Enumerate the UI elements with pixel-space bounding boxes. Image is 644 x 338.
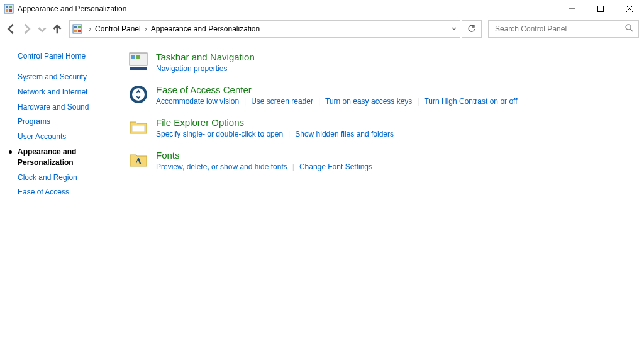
search-input[interactable] <box>494 24 625 34</box>
task-link-accommodate-low-vision[interactable]: Accommodate low vision <box>156 97 239 106</box>
breadcrumb-sep-icon[interactable]: › <box>142 25 150 33</box>
nav-toolbar: › Control Panel › Appearance and Persona… <box>0 18 644 40</box>
task-link-show-hidden-files-and-folders[interactable]: Show hidden files and folders <box>295 130 394 138</box>
link-separator: | <box>318 97 320 106</box>
sidebar-item-programs[interactable]: Programs <box>18 116 113 127</box>
control-panel-icon <box>4 4 14 14</box>
up-button[interactable] <box>50 22 64 36</box>
task-link-use-screen-reader[interactable]: Use screen reader <box>251 97 313 106</box>
task-link-specify-single-or-double-click-to-open[interactable]: Specify single- or double-click to open <box>156 130 283 138</box>
svg-rect-3 <box>6 9 8 12</box>
sidebar-item-appearance-and-personalization[interactable]: Appearance and Personalization <box>18 147 113 168</box>
category-fonts: AFontsPreview, delete, or show and hide … <box>128 150 631 171</box>
link-separator: | <box>244 97 246 106</box>
sidebar: Control Panel Home System and SecurityNe… <box>0 52 113 202</box>
close-button[interactable] <box>615 0 644 18</box>
task-link-preview-delete-or-show-and-hide-fonts[interactable]: Preview, delete, or show and hide fonts <box>156 162 287 171</box>
address-bar[interactable]: › Control Panel › Appearance and Persona… <box>69 20 460 38</box>
window-title: Appearance and Personalization <box>18 4 126 13</box>
fonts-icon[interactable]: A <box>128 150 148 170</box>
breadcrumb-current[interactable]: Appearance and Personalization <box>150 25 261 33</box>
window-controls <box>557 0 644 18</box>
sidebar-item-clock-and-region[interactable]: Clock and Region <box>18 172 113 183</box>
svg-rect-17 <box>130 67 147 70</box>
sidebar-item-network-and-internet[interactable]: Network and Internet <box>18 87 113 98</box>
explorer-icon[interactable] <box>128 117 148 137</box>
category-taskbar: Taskbar and NavigationNavigation propert… <box>128 52 631 73</box>
search-icon[interactable] <box>625 24 633 34</box>
back-button[interactable] <box>5 22 19 36</box>
link-separator: | <box>288 130 290 138</box>
task-link-turn-on-easy-access-keys[interactable]: Turn on easy access keys <box>325 97 412 106</box>
refresh-button[interactable] <box>462 20 482 38</box>
address-control-panel-icon <box>72 24 82 34</box>
svg-rect-1 <box>6 6 8 8</box>
category-title-explorer[interactable]: File Explorer Options <box>156 117 394 128</box>
task-link-change-font-settings[interactable]: Change Font Settings <box>299 162 372 171</box>
recent-locations-button[interactable] <box>35 22 49 36</box>
search-box[interactable] <box>488 20 639 38</box>
svg-rect-18 <box>131 55 135 59</box>
minimize-button[interactable] <box>557 0 586 18</box>
svg-point-14 <box>626 25 631 30</box>
content-area: Control Panel Home System and SecurityNe… <box>0 40 644 202</box>
svg-line-15 <box>630 29 633 31</box>
svg-rect-6 <box>598 6 604 12</box>
sidebar-item-system-and-security[interactable]: System and Security <box>18 72 113 82</box>
breadcrumb-root[interactable]: Control Panel <box>94 25 142 33</box>
svg-rect-11 <box>78 26 80 28</box>
category-ease: Ease of Access CenterAccommodate low vis… <box>128 84 631 106</box>
sidebar-item-ease-of-access[interactable]: Ease of Access <box>18 187 113 198</box>
svg-rect-2 <box>9 6 12 8</box>
taskbar-icon[interactable] <box>128 52 148 72</box>
maximize-button[interactable] <box>586 0 615 18</box>
forward-button[interactable] <box>20 22 34 36</box>
svg-rect-19 <box>136 55 140 59</box>
ease-icon[interactable] <box>128 84 148 104</box>
link-separator: | <box>417 97 419 106</box>
svg-rect-22 <box>132 125 145 132</box>
svg-rect-4 <box>9 9 12 12</box>
task-link-turn-high-contrast-on-or-off[interactable]: Turn High Contrast on or off <box>424 97 517 106</box>
svg-rect-10 <box>74 26 77 28</box>
sidebar-item-hardware-and-sound[interactable]: Hardware and Sound <box>18 102 113 113</box>
category-title-taskbar[interactable]: Taskbar and Navigation <box>156 52 255 63</box>
sidebar-item-user-accounts[interactable]: User Accounts <box>18 132 113 142</box>
main-panel: Taskbar and NavigationNavigation propert… <box>113 52 644 202</box>
titlebar: Appearance and Personalization <box>0 0 644 18</box>
task-link-navigation-properties[interactable]: Navigation properties <box>156 64 227 73</box>
sidebar-home[interactable]: Control Panel Home <box>18 52 113 60</box>
address-history-dropdown[interactable] <box>451 25 457 33</box>
svg-rect-13 <box>78 30 80 32</box>
category-title-ease[interactable]: Ease of Access Center <box>156 84 518 96</box>
svg-text:A: A <box>135 157 142 166</box>
category-title-fonts[interactable]: Fonts <box>156 150 372 161</box>
svg-rect-12 <box>74 30 77 32</box>
breadcrumb-sep-icon[interactable]: › <box>86 25 94 33</box>
category-explorer: File Explorer OptionsSpecify single- or … <box>128 117 631 138</box>
link-separator: | <box>292 162 294 171</box>
